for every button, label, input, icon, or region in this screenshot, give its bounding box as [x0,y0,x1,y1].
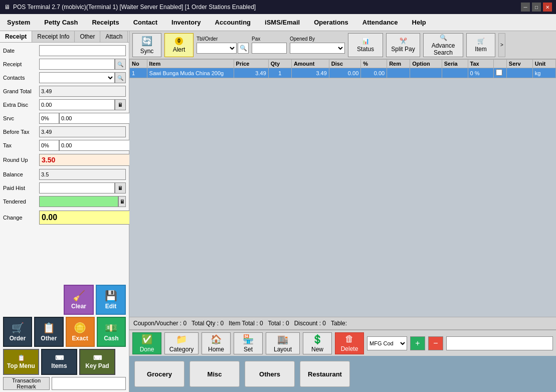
tbl-order-select[interactable] [197,43,237,54]
coupon-voucher-status: Coupon/Voucher : 0 [133,320,187,327]
srvc-val-input[interactable] [59,113,132,124]
top-menu-icon: 📋 [18,354,25,361]
table-row[interactable]: 1 Sawi Bunga Muda China 200g 3.49 1 3.49… [130,68,556,78]
tab-receipt[interactable]: Receipt [0,31,32,42]
clear-button[interactable]: 🧹 Clear [64,285,94,315]
cell-check[interactable] [494,68,506,78]
bottom-toolbar: ✅ Done 📁 Category 🏠 Home 🏪 Set 🏬 Layout … [129,330,556,356]
layout-button[interactable]: 🏬 Layout [266,332,300,354]
menu-petty-cash[interactable]: Petty Cash [37,16,85,29]
edit-button[interactable]: 💾 Edit [96,285,126,315]
menu-accounting[interactable]: Accounting [208,16,258,29]
items-button[interactable]: ⌨ Items [41,349,77,375]
col-serv: Serv [506,60,532,68]
paid-hist-label: Paid Hist [3,185,39,191]
tab-attach[interactable]: Attach [100,31,128,42]
mfg-cod-select[interactable]: MFG Cod [367,336,407,350]
menu-inventory[interactable]: Inventory [164,16,208,29]
delete-button[interactable]: 🗑 Delete [335,332,364,354]
menu-receipts[interactable]: Receipts [85,16,126,29]
maximize-button[interactable]: □ [532,3,541,12]
menu-system[interactable]: System [0,16,37,29]
minimize-button[interactable]: ─ [521,3,530,12]
mfg-plus-button[interactable]: + [410,336,425,350]
receipt-input[interactable] [39,59,115,70]
cash-button[interactable]: 💵 Cash [97,317,126,347]
category-grocery[interactable]: Grocery [134,361,184,387]
home-button[interactable]: 🏠 Home [202,332,231,354]
top-menu-button[interactable]: 📋 Top Menu [3,349,39,375]
total-status: Total : 0 [268,320,289,327]
item-button[interactable]: 🛒 Item [466,33,495,57]
menu-operations[interactable]: Operations [307,16,355,29]
set-icon: 🏪 [243,334,254,345]
close-button[interactable]: ✕ [543,3,552,12]
pax-section: Pax [252,36,287,54]
status-button[interactable]: 📊 Status [348,33,383,57]
done-button[interactable]: ✅ Done [132,332,161,354]
sync-button[interactable]: 🔄 Sync [132,33,161,57]
menu-isms[interactable]: iSMS/Email [258,16,307,29]
cell-amount: 3.49 [291,68,329,78]
col-amount: Amount [291,60,329,68]
tax-val-input[interactable] [59,140,132,151]
category-button[interactable]: 📁 Category [164,332,199,354]
right-panel: 🔄 Sync 0 Alert Tbl/Order 🔍 Pax Opened By [129,31,556,392]
opened-by-select[interactable] [290,43,345,54]
col-qty: Qty [268,60,291,68]
cell-tax: 0 % [468,68,494,78]
contacts-search-button[interactable]: 🔍 [115,72,126,83]
category-others[interactable]: Others [245,361,295,387]
advance-search-button[interactable]: 🔍 Advance Search [423,33,463,57]
order-button[interactable]: 🛒 Order [3,317,32,347]
tbl-order-search-button[interactable]: 🔍 [238,43,249,54]
extra-disc-input[interactable] [39,99,115,110]
other-button[interactable]: 📋 Other [34,317,63,347]
transaction-remark-button[interactable]: Transaction Remark [3,377,50,390]
date-input[interactable] [39,45,126,56]
tax-pct-input[interactable] [39,140,59,151]
contacts-select[interactable] [39,72,115,83]
category-restaurant[interactable]: Restaurant [300,361,350,387]
category-misc[interactable]: Misc [190,361,240,387]
cell-serv [506,68,532,78]
tendered-input[interactable] [39,196,118,207]
cell-rem [387,68,410,78]
set-button[interactable]: 🏪 Set [234,332,263,354]
new-button[interactable]: 💲 New [303,332,332,354]
total-qty-status: Total Qty : 0 [192,320,224,327]
paid-hist-input[interactable] [39,182,115,193]
menu-contact[interactable]: Contact [126,16,164,29]
col-rem: Rem [387,60,410,68]
menu-attendance[interactable]: Attendance [355,16,405,29]
mfg-minus-button[interactable]: − [428,336,443,350]
alert-button[interactable]: 0 Alert [164,33,194,57]
tbl-order-section: Tbl/Order 🔍 [197,36,249,54]
srvc-pct-input[interactable] [39,113,59,124]
date-label: Date [3,48,39,54]
receipt-search-button[interactable]: 🔍 [115,59,126,70]
tendered-calc-button[interactable]: 🖩 [118,196,126,207]
col-price: Price [234,60,268,68]
keypad-icon: ⌨ [93,354,102,361]
contacts-label: Contacts [3,75,39,81]
keypad-button[interactable]: ⌨ Key Pad [79,349,115,375]
category-icon: 📁 [176,334,187,345]
mfg-input[interactable] [446,336,553,350]
extra-disc-calc-button[interactable]: 🖩 [115,99,126,110]
scroll-right-button[interactable]: > [498,33,505,57]
menu-help[interactable]: Help [405,16,433,29]
transaction-remark-input[interactable] [52,377,126,390]
grand-total-label: Grand Total [3,88,39,94]
tab-receipt-info[interactable]: Receipt Info [32,31,75,42]
done-icon: ✅ [141,334,152,345]
tab-other[interactable]: Other [75,31,100,42]
exact-icon: 🪙 [74,322,86,334]
exact-button[interactable]: 🪙 Exact [66,317,95,347]
pax-input[interactable] [252,43,287,54]
col-disc: Disc [329,60,360,68]
title-text: POS Terminal 2.7 (mobivic)(Terminal 1) [… [13,4,256,11]
round-up-input[interactable] [39,154,138,166]
split-pay-button[interactable]: ✂️ Split Pay [386,33,420,57]
paid-hist-calc-button[interactable]: 🖩 [115,182,126,193]
